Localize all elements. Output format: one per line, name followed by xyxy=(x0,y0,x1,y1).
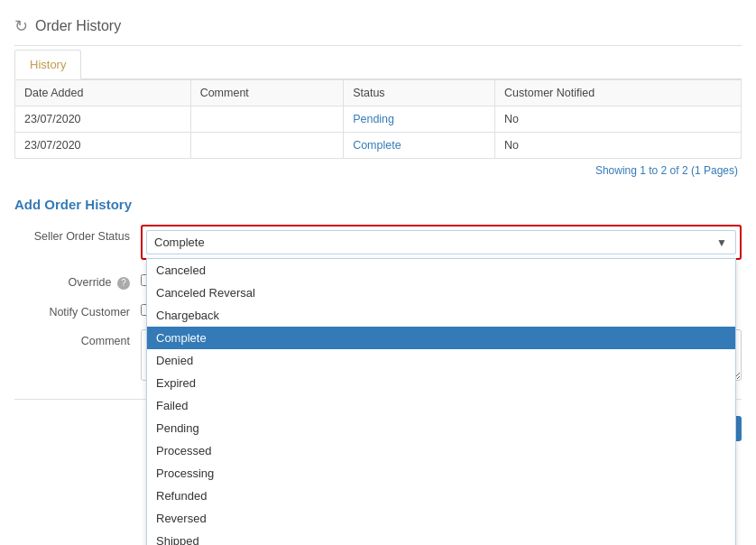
dropdown-item[interactable]: Refunded xyxy=(147,485,735,507)
table-row: 23/07/2020CompleteNo xyxy=(15,133,742,159)
col-comment: Comment xyxy=(190,80,344,106)
table-row: 23/07/2020PendingNo xyxy=(15,106,742,133)
page-title: Order History xyxy=(35,18,121,34)
dropdown-item[interactable]: Canceled Reversal xyxy=(147,282,735,304)
cell-comment xyxy=(190,133,344,159)
cell-notified: No xyxy=(495,133,742,159)
pagination-info: Showing 1 to 2 of 2 (1 Pages) xyxy=(14,159,742,182)
dropdown-item[interactable]: Processing xyxy=(147,462,735,485)
add-order-history-title: Add Order History xyxy=(14,197,742,212)
dropdown-item[interactable]: Expired xyxy=(147,372,735,394)
status-link[interactable]: Pending xyxy=(353,113,394,125)
seller-order-status-select[interactable]: CanceledCanceled ReversalChargebackCompl… xyxy=(146,230,736,254)
cell-status: Pending xyxy=(344,106,495,133)
override-label: Override ? xyxy=(14,271,141,290)
seller-status-wrapper: CanceledCanceled ReversalChargebackCompl… xyxy=(141,225,742,260)
col-date-added: Date Added xyxy=(15,80,191,106)
dropdown-item[interactable]: Denied xyxy=(147,349,735,372)
seller-order-status-group: Seller Order Status CanceledCanceled Rev… xyxy=(14,225,742,260)
dropdown-item[interactable]: Chargeback xyxy=(147,304,735,327)
cell-date: 23/07/2020 xyxy=(15,133,191,159)
col-status: Status xyxy=(344,80,495,106)
dropdown-item[interactable]: Pending xyxy=(147,417,735,439)
dropdown-item[interactable]: Shipped xyxy=(147,530,735,545)
dropdown-item[interactable]: Complete xyxy=(147,327,735,349)
add-order-history-section: Add Order History Seller Order Status Ca… xyxy=(14,197,742,381)
page-header: ↻ Order History xyxy=(14,9,742,46)
tab-history[interactable]: History xyxy=(14,50,81,79)
comment-label: Comment xyxy=(14,329,141,347)
cell-status: Complete xyxy=(344,133,495,159)
dropdown-item[interactable]: Canceled xyxy=(147,259,735,282)
cell-date: 23/07/2020 xyxy=(15,106,191,133)
notify-customer-label: Notify Customer xyxy=(14,300,141,319)
seller-order-status-label: Seller Order Status xyxy=(14,225,141,243)
dropdown-item[interactable]: Failed xyxy=(147,394,735,417)
cell-comment xyxy=(190,106,344,133)
refresh-icon: ↻ xyxy=(14,16,28,36)
status-link[interactable]: Complete xyxy=(353,139,401,152)
tabs-bar: History xyxy=(14,46,742,79)
override-help-icon[interactable]: ? xyxy=(117,277,130,290)
dropdown-item[interactable]: Reversed xyxy=(147,507,735,530)
history-table: Date Added Comment Status Customer Notif… xyxy=(14,79,742,159)
status-dropdown[interactable]: CanceledCanceled ReversalChargebackCompl… xyxy=(146,258,736,545)
dropdown-item[interactable]: Processed xyxy=(147,439,735,462)
col-customer-notified: Customer Notified xyxy=(495,80,742,106)
cell-notified: No xyxy=(495,106,742,133)
